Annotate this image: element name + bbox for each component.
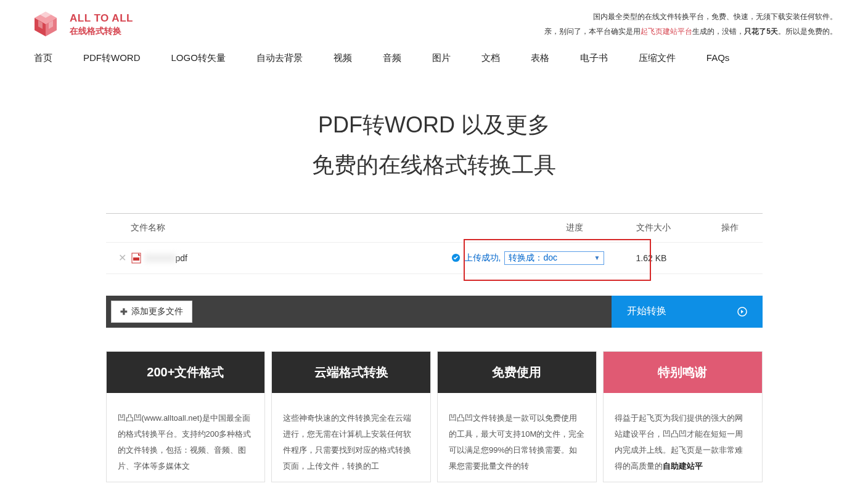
logo-line1: ALL TO ALL bbox=[70, 12, 133, 25]
card-title: 200+文件格式 bbox=[107, 352, 265, 393]
card-body: 凹凸凹(www.alltoall.net)是中国最全面的格式转换平台。支持约20… bbox=[107, 393, 265, 482]
header-notes: 国内最全类型的在线文件转换平台，免费、快速，无须下载安装任何软件。 亲，别问了，… bbox=[544, 9, 837, 39]
site-header: ALL TO ALL 在线格式转换 国内最全类型的在线文件转换平台，免费、快速，… bbox=[0, 0, 868, 45]
header-note-2: 亲，别问了，本平台确实是用起飞页建站平台生成的，没错，只花了5天。所以是免费的。 bbox=[544, 24, 837, 39]
card-thanks: 特别鸣谢 得益于起飞页为我们提供的强大的网站建设平台，凹凸凹才能在短短一周内完成… bbox=[603, 351, 763, 482]
card-cloud: 云端格式转换 这些神奇快速的文件转换完全在云端进行，您无需在计算机上安装任何软件… bbox=[271, 351, 431, 482]
card-free: 免费使用 凹凸凹文件转换是一款可以免费使用的工具，最大可支持10M的文件，完全可… bbox=[437, 351, 597, 482]
card-body: 凹凸凹文件转换是一款可以免费使用的工具，最大可支持10M的文件，完全可以满足您9… bbox=[438, 393, 596, 482]
hero-title: PDF转WORD 以及更多 免费的在线格式转换工具 bbox=[0, 105, 868, 185]
info-cards: 200+文件格式 凹凸凹(www.alltoall.net)是中国最全面的格式转… bbox=[106, 351, 763, 482]
svg-rect-8 bbox=[133, 257, 139, 261]
logo[interactable]: ALL TO ALL 在线格式转换 bbox=[31, 9, 133, 39]
nav-image[interactable]: 图片 bbox=[432, 52, 451, 64]
table-header-row: 文件名称 进度 文件大小 操作 bbox=[106, 213, 763, 243]
nav-pdf2word[interactable]: PDF转WORD bbox=[83, 52, 141, 64]
arrow-right-circle-icon bbox=[737, 307, 747, 317]
nav-table[interactable]: 表格 bbox=[531, 52, 549, 64]
card-title: 特别鸣谢 bbox=[604, 352, 762, 393]
upload-success-text: 上传成功, bbox=[464, 253, 501, 264]
logo-cube-icon bbox=[31, 9, 60, 39]
logo-text: ALL TO ALL 在线格式转换 bbox=[70, 12, 133, 36]
col-header-name: 文件名称 bbox=[118, 222, 513, 233]
header-link[interactable]: 起飞页建站平台 bbox=[641, 27, 692, 36]
nav-removebg[interactable]: 自动去背景 bbox=[256, 52, 303, 64]
table-row: ✕ pdf 上传成功, 转换成：doc ▼ 1.62 KB bbox=[106, 243, 763, 274]
hero: PDF转WORD 以及更多 免费的在线格式转换工具 bbox=[0, 71, 868, 213]
nav-faqs[interactable]: FAQs bbox=[706, 52, 730, 64]
file-size: 1.62 KB bbox=[636, 253, 710, 263]
nav-video[interactable]: 视频 bbox=[334, 52, 352, 64]
output-format-select[interactable]: 转换成：doc ▼ bbox=[504, 251, 604, 265]
plus-icon: ✚ bbox=[120, 307, 128, 317]
remove-file-button[interactable]: ✕ bbox=[118, 252, 126, 264]
file-table: 文件名称 进度 文件大小 操作 ✕ pdf 上传成功, 转换成：doc ▼ bbox=[106, 213, 763, 274]
file-name-redacted bbox=[145, 254, 176, 262]
card-title: 云端格式转换 bbox=[272, 352, 430, 393]
card-title: 免费使用 bbox=[438, 352, 596, 393]
check-circle-icon bbox=[451, 253, 461, 262]
nav-audio[interactable]: 音频 bbox=[383, 52, 401, 64]
card-body: 得益于起飞页为我们提供的强大的网站建设平台，凹凸凹才能在短短一周内完成并上线。起… bbox=[604, 393, 762, 482]
progress-cell: 上传成功, 转换成：doc ▼ bbox=[451, 251, 636, 265]
nav-archive[interactable]: 压缩文件 bbox=[639, 52, 676, 64]
start-convert-button[interactable]: 开始转换 bbox=[612, 296, 763, 328]
col-header-progress: 进度 bbox=[513, 222, 636, 233]
nav-logo2vector[interactable]: LOGO转矢量 bbox=[171, 52, 226, 64]
action-bar: ✚ 添加更多文件 开始转换 bbox=[106, 296, 763, 328]
nav-doc[interactable]: 文档 bbox=[481, 52, 500, 64]
col-header-action: 操作 bbox=[710, 222, 750, 233]
header-note-1: 国内最全类型的在线文件转换平台，免费、快速，无须下载安装任何软件。 bbox=[544, 9, 837, 24]
logo-line2: 在线格式转换 bbox=[70, 25, 133, 36]
card-formats: 200+文件格式 凹凸凹(www.alltoall.net)是中国最全面的格式转… bbox=[106, 351, 266, 482]
file-name: pdf bbox=[145, 253, 187, 263]
nav-ebook[interactable]: 电子书 bbox=[580, 52, 608, 64]
chevron-down-icon: ▼ bbox=[594, 254, 600, 261]
card-body: 这些神奇快速的文件转换完全在云端进行，您无需在计算机上安装任何软件程序，只需要找… bbox=[272, 393, 430, 482]
pdf-file-icon bbox=[131, 253, 141, 264]
nav-home[interactable]: 首页 bbox=[34, 52, 52, 64]
col-header-size: 文件大小 bbox=[636, 222, 710, 233]
add-more-files-button[interactable]: ✚ 添加更多文件 bbox=[111, 301, 192, 323]
main-nav: 首页 PDF转WORD LOGO转矢量 自动去背景 视频 音频 图片 文档 表格… bbox=[0, 45, 868, 71]
